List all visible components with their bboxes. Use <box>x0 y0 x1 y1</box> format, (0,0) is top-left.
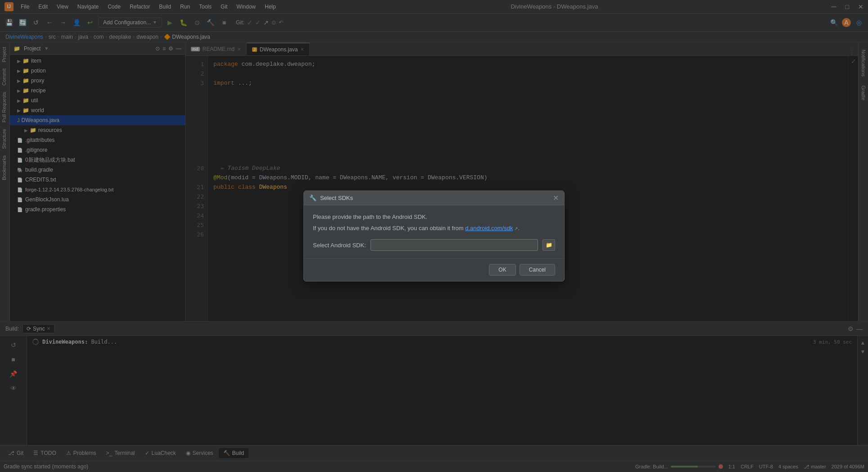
sdk-dialog-body: Please provide the path to the Android S… <box>304 205 564 259</box>
sdk-dialog-close-button[interactable]: ✕ <box>553 194 559 202</box>
sdk-dialog-icon: 🔧 <box>309 195 316 201</box>
sdk-line2-prefix: If you do not have the Android SDK, you … <box>313 225 465 231</box>
sdk-dialog-line1: Please provide the path to the Android S… <box>313 213 555 222</box>
sdk-path-input[interactable] <box>371 239 538 251</box>
sdk-dialog-external-icon: ↗ <box>513 226 518 231</box>
sdk-cancel-button[interactable]: Cancel <box>520 264 555 276</box>
sdk-dialog: 🔧 Select SDKs ✕ Please provide the path … <box>303 191 565 282</box>
dialog-overlay: 🔧 Select SDKs ✕ Please provide the path … <box>0 0 868 472</box>
sdk-browse-button[interactable]: 📁 <box>542 239 555 251</box>
sdk-dialog-title: 🔧 Select SDKs ✕ <box>304 191 564 205</box>
sdk-input-row: Select Android SDK: 📁 <box>313 239 555 251</box>
sdk-line2-suffix: . <box>518 225 520 231</box>
sdk-dialog-footer: OK Cancel <box>304 258 564 281</box>
sdk-dialog-line2: If you do not have the Android SDK, you … <box>313 224 555 233</box>
sdk-dialog-link[interactable]: d.android.com/sdk <box>465 225 513 231</box>
sdk-ok-button[interactable]: OK <box>489 264 515 276</box>
sdk-dialog-title-text: 🔧 Select SDKs <box>309 195 353 201</box>
sdk-dialog-title-label: Select SDKs <box>320 195 353 201</box>
sdk-path-label: Select Android SDK: <box>313 242 366 249</box>
